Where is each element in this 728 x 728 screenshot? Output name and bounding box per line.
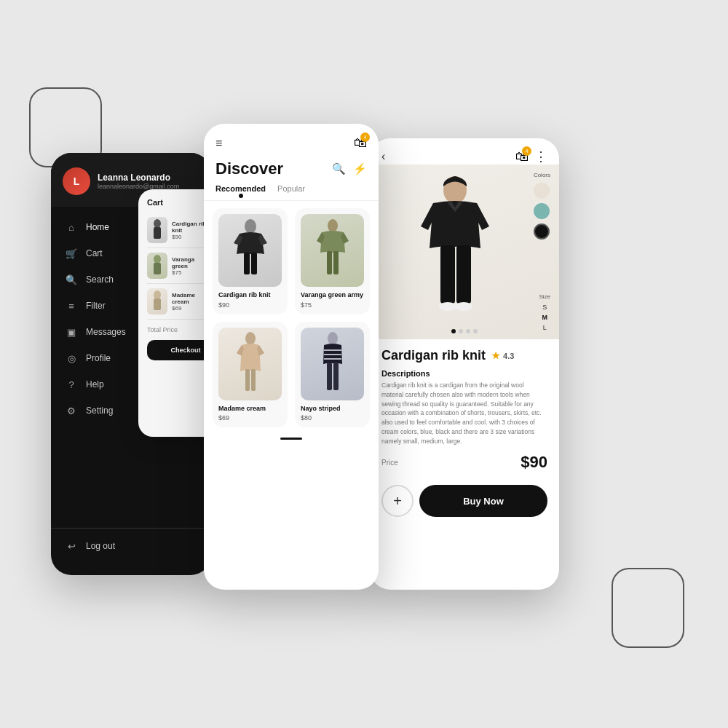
product-price-1: $90 xyxy=(218,301,282,309)
tab-recommended[interactable]: Recomended xyxy=(215,184,266,197)
svg-rect-20 xyxy=(333,363,339,390)
product-name-4: Nayo striped xyxy=(301,405,364,414)
svg-rect-13 xyxy=(245,369,250,391)
color-teal[interactable] xyxy=(534,203,550,219)
product-card-3[interactable]: Madame cream $69 xyxy=(213,322,288,428)
discover-header: ≡ 🛍 4 xyxy=(204,124,379,157)
back-button[interactable]: ‹ xyxy=(381,150,385,163)
nav-label-profile: Profile xyxy=(86,353,111,363)
checkout-button[interactable]: Checkout xyxy=(147,340,211,360)
cart-icon: 🛒 xyxy=(66,248,77,259)
add-icon: + xyxy=(393,493,402,510)
detail-header: ‹ 🛍 4 ⋮ xyxy=(370,138,559,165)
svg-point-0 xyxy=(154,219,161,228)
dot-4[interactable] xyxy=(473,329,478,333)
product-img-2 xyxy=(301,214,364,287)
logout-label: Log out xyxy=(86,541,115,551)
product-img-4 xyxy=(301,328,364,400)
rating-row: ★ 4.3 xyxy=(491,350,514,361)
svg-point-12 xyxy=(245,332,256,345)
detail-product-name-text: Cardigan rib knit xyxy=(381,348,486,363)
cart-icon-wrapper[interactable]: 🛍 4 xyxy=(354,135,367,151)
svg-rect-5 xyxy=(154,298,161,310)
svg-rect-10 xyxy=(327,251,332,274)
dark-footer: ↩ Log out xyxy=(51,528,211,563)
products-grid: Cardigan rib knit $90 xyxy=(204,201,379,435)
dot-1[interactable] xyxy=(451,329,456,333)
discover-filter-icon[interactable]: ⚡ xyxy=(353,162,367,175)
svg-rect-14 xyxy=(251,369,256,391)
profile-icon: ◎ xyxy=(66,352,77,364)
svg-rect-1 xyxy=(154,227,161,239)
phone-dark: L Leanna Leonardo leannaleonardo@gmail.c… xyxy=(51,153,211,575)
detail-content: Cardigan rib knit ★ 4.3 Descriptions Car… xyxy=(370,339,559,480)
nav-label-cart: Cart xyxy=(86,248,103,258)
tabs-row: Recomended Popular xyxy=(204,184,379,201)
discover-title-text: Discover xyxy=(215,159,283,178)
size-sidebar: Size S M L xyxy=(539,293,550,332)
logout-icon: ↩ xyxy=(66,540,77,552)
buy-label: Buy Now xyxy=(463,496,504,507)
detail-cart-badge: 4 xyxy=(522,146,531,156)
size-label: Size xyxy=(539,293,550,300)
tab-popular-label: Popular xyxy=(277,184,305,193)
color-black[interactable] xyxy=(534,223,550,240)
star-icon: ★ xyxy=(491,350,500,361)
phone-detail: ‹ 🛍 4 ⋮ xyxy=(370,138,559,590)
more-options-icon[interactable]: ⋮ xyxy=(534,149,547,165)
price-value: $90 xyxy=(521,453,547,472)
size-m[interactable]: M xyxy=(542,313,547,322)
svg-point-2 xyxy=(154,255,161,264)
discover-icons: 🔍 ⚡ xyxy=(332,162,367,175)
product-card-2[interactable]: Varanga green army $75 xyxy=(295,208,370,314)
rating-value: 4.3 xyxy=(503,352,514,360)
svg-point-6 xyxy=(245,219,256,234)
cart-item-3: Madame cream $69 ✓ xyxy=(147,284,211,320)
dot-3[interactable] xyxy=(466,329,470,333)
product-card-4[interactable]: Nayo striped $80 xyxy=(295,322,370,428)
add-to-cart-button[interactable]: + xyxy=(381,485,414,517)
tab-popular[interactable]: Popular xyxy=(277,184,305,197)
svg-rect-19 xyxy=(327,363,332,390)
product-price-2: $75 xyxy=(301,301,364,309)
cart-item-img-1 xyxy=(147,217,167,243)
price-label: Price xyxy=(381,459,398,467)
cart-total-row: Total Price $319 xyxy=(147,325,211,334)
detail-cart-wrapper[interactable]: 🛍 4 xyxy=(515,149,529,165)
size-l[interactable]: L xyxy=(543,323,547,332)
product-price-4: $80 xyxy=(301,414,364,422)
tab-recommended-label: Recomended xyxy=(215,184,266,193)
logout-button[interactable]: ↩ Log out xyxy=(66,534,197,558)
filter-icon: ≡ xyxy=(66,300,77,312)
color-sidebar: Colors xyxy=(534,172,550,240)
product-price-3: $69 xyxy=(218,414,282,422)
cart-preview-header: Cart ‹ xyxy=(147,198,211,207)
svg-point-25 xyxy=(455,302,472,311)
svg-rect-22 xyxy=(440,245,455,304)
product-card-1[interactable]: Cardigan rib knit $90 xyxy=(213,208,288,314)
image-dots xyxy=(451,329,478,333)
cart-total-label: Total Price xyxy=(147,326,178,333)
buy-now-button[interactable]: Buy Now xyxy=(419,485,547,517)
help-icon: ? xyxy=(66,379,77,390)
svg-point-24 xyxy=(439,302,456,311)
discover-search-icon[interactable]: 🔍 xyxy=(332,162,346,175)
svg-rect-7 xyxy=(244,253,250,274)
product-name-3: Madame cream xyxy=(218,405,282,414)
dot-2[interactable] xyxy=(459,329,463,333)
home-icon: ⌂ xyxy=(66,221,77,233)
svg-rect-3 xyxy=(154,263,161,274)
discover-title-row: Discover 🔍 ⚡ xyxy=(204,157,379,184)
cart-item-img-3 xyxy=(147,288,167,314)
hamburger-icon[interactable]: ≡ xyxy=(215,137,222,150)
svg-point-4 xyxy=(154,290,161,299)
svg-rect-11 xyxy=(333,251,339,274)
size-s[interactable]: S xyxy=(542,303,547,312)
cart-item-1: Cardigan rib knit $90 ✓ xyxy=(147,213,211,248)
svg-rect-23 xyxy=(456,245,471,304)
cart-badge: 4 xyxy=(360,132,370,142)
nav-label-setting: Setting xyxy=(86,405,113,416)
colors-label: Colors xyxy=(534,172,550,178)
color-cream[interactable] xyxy=(534,183,550,199)
svg-rect-8 xyxy=(251,253,257,274)
